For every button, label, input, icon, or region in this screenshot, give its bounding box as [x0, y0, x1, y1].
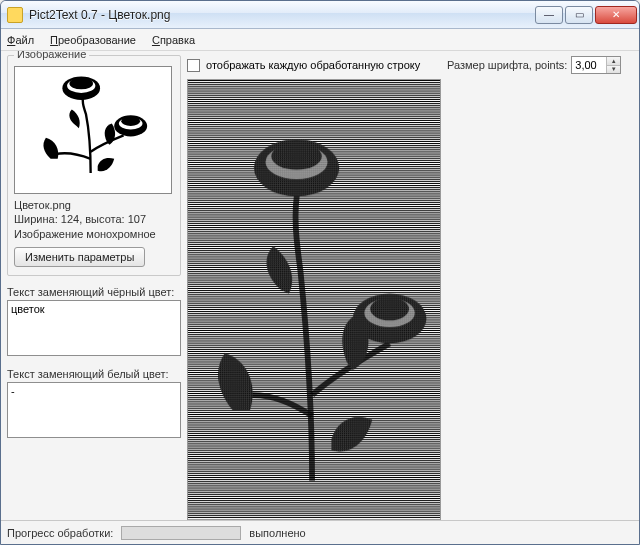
chevron-up-icon: ▲: [611, 58, 617, 64]
image-group-label: Изображение: [14, 51, 89, 60]
font-size-label: Размер шрифта, points:: [447, 59, 567, 71]
black-text-label: Текст заменяющий чёрный цвет:: [7, 286, 181, 298]
window-controls: — ▭ ✕: [535, 6, 637, 24]
font-size-input[interactable]: [572, 57, 606, 73]
close-button[interactable]: ✕: [595, 6, 637, 24]
ascii-preview-svg: [188, 80, 440, 519]
center-panel: отображать каждую обработанную строку: [187, 55, 441, 520]
white-text-input[interactable]: [7, 382, 181, 438]
svg-point-6: [121, 116, 140, 125]
font-size-row: Размер шрифта, points: ▲ ▼: [447, 55, 633, 75]
close-icon: ✕: [612, 9, 620, 20]
image-mode: Изображение монохромное: [14, 227, 174, 241]
client-area: Изображение: [1, 51, 639, 544]
app-window: Pict2Text 0.7 - Цветок.png — ▭ ✕ Файл Пр…: [0, 0, 640, 545]
spin-down-button[interactable]: ▼: [607, 65, 620, 74]
black-text-section: Текст заменяющий чёрный цвет:: [7, 280, 181, 358]
image-filename: Цветок.png: [14, 198, 174, 212]
change-params-button[interactable]: Изменить параметры: [14, 247, 145, 267]
spin-buttons: ▲ ▼: [606, 57, 620, 73]
image-group: Изображение: [7, 55, 181, 276]
right-panel: Размер шрифта, points: ▲ ▼: [447, 55, 633, 520]
white-text-section: Текст заменяющий белый цвет:: [7, 362, 181, 440]
progress-done-label: выполнено: [249, 527, 305, 539]
menubar: Файл Преобразование Справка: [1, 29, 639, 51]
flower-thumbnail-svg: [15, 67, 171, 193]
menu-transform[interactable]: Преобразование: [50, 34, 136, 46]
font-size-spinner: ▲ ▼: [571, 56, 621, 74]
minimize-button[interactable]: —: [535, 6, 563, 24]
titlebar[interactable]: Pict2Text 0.7 - Цветок.png — ▭ ✕: [1, 1, 639, 29]
black-text-input[interactable]: [7, 300, 181, 356]
spin-up-button[interactable]: ▲: [607, 57, 620, 65]
image-info: Цветок.png Ширина: 124, высота: 107 Изоб…: [14, 198, 174, 241]
display-each-row: отображать каждую обработанную строку: [187, 55, 441, 75]
svg-point-14: [271, 143, 321, 170]
maximize-icon: ▭: [575, 9, 584, 20]
ascii-preview[interactable]: [187, 79, 441, 520]
display-each-label: отображать каждую обработанную строку: [206, 59, 420, 71]
progress-bar: [121, 526, 241, 540]
menu-file[interactable]: Файл: [7, 34, 34, 46]
svg-point-17: [370, 298, 409, 321]
progress-label: Прогресс обработки:: [7, 527, 113, 539]
white-text-label: Текст заменяющий белый цвет:: [7, 368, 181, 380]
window-title: Pict2Text 0.7 - Цветок.png: [29, 8, 535, 22]
content-row: Изображение: [1, 51, 639, 520]
menu-help[interactable]: Справка: [152, 34, 195, 46]
chevron-down-icon: ▼: [611, 66, 617, 72]
left-panel: Изображение: [7, 55, 181, 520]
maximize-button[interactable]: ▭: [565, 6, 593, 24]
statusbar: Прогресс обработки: выполнено: [1, 520, 639, 544]
minimize-icon: —: [544, 9, 554, 20]
display-each-checkbox[interactable]: [187, 59, 200, 72]
app-icon: [7, 7, 23, 23]
image-dimensions: Ширина: 124, высота: 107: [14, 212, 174, 226]
svg-point-3: [69, 78, 93, 90]
source-thumbnail: [14, 66, 172, 194]
